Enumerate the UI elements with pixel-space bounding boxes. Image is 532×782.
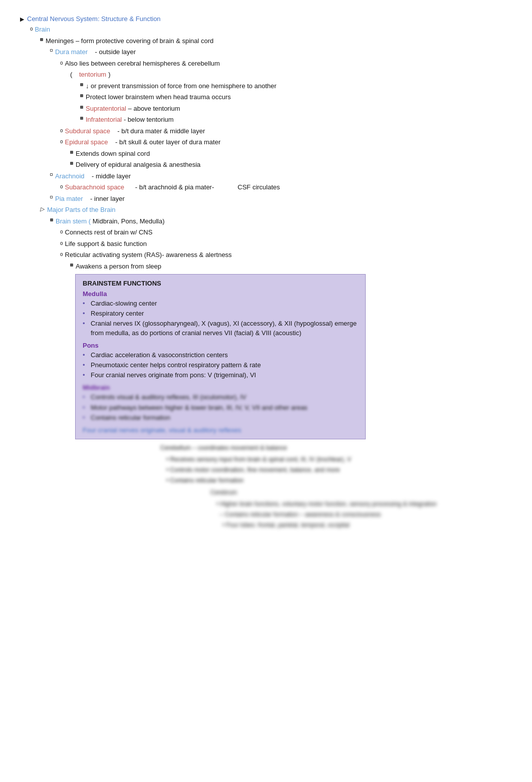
brainstem-p3-item: o Reticular activating system (RAS)- awa… <box>60 250 512 260</box>
pons-item-3: Four cranial nerves originate from pons:… <box>83 371 358 380</box>
midbrain-label: Midbrain <box>83 384 358 391</box>
supratentorial-desc: – above tentorium <box>128 105 180 112</box>
small-square-2-icon <box>50 173 53 176</box>
medulla-label: Medulla <box>83 290 358 298</box>
epidural-label: Epidural space <box>65 138 108 146</box>
blurred-deep-line-4: • Four lobes: frontal, parietal, tempora… <box>210 520 461 530</box>
brainstem-parts: Midbrain, Pons, Medulla <box>93 217 162 225</box>
epidural-p2-text: Delivery of epidural analgesia & anesthe… <box>76 160 512 170</box>
page-title: Central Nervous System: Structure & Func… <box>27 15 161 23</box>
arachnoid-item: Arachnoid - middle layer <box>50 171 512 181</box>
pons-label: Pons <box>83 342 358 349</box>
subdural-label: Subdural space <box>65 127 110 135</box>
epidural-p2-item: Delivery of epidural analgesia & anesthe… <box>70 160 512 170</box>
small-square-icon <box>50 49 53 52</box>
arachnoid-text: Arachnoid - middle layer <box>55 171 512 181</box>
epidural-p1-item: Extends down spinal cord <box>70 149 512 159</box>
meninges-text: Meninges – form protective covering of b… <box>46 36 512 46</box>
epidural-item: o Epidural space - b/t skull & outer lay… <box>60 137 512 147</box>
small-bullet-5-icon <box>80 117 83 120</box>
tentorium-p1-item: ↓ or prevent transmission of force from … <box>80 81 512 91</box>
medulla-list: Cardiac-slowing center Respiratory cente… <box>83 299 358 338</box>
tentorium-p2-text: Protect lower brainstem when head trauma… <box>86 92 512 102</box>
supratentorial-item: Supratentorial – above tentorium <box>80 104 512 114</box>
epidural-p1-text: Extends down spinal cord <box>76 149 512 159</box>
pia-mater-text: Pia mater - inner layer <box>55 194 512 204</box>
meninges-item: Meninges – form protective covering of b… <box>40 36 512 46</box>
small-bullet-8-icon <box>50 218 53 221</box>
blurred-line-4: • Contains reticular formation <box>160 476 451 485</box>
subarachnoid-item: o Subarachnoid space - b/t arachnoid & p… <box>60 182 512 192</box>
brainstem-label: Brain stem ( <box>56 217 91 225</box>
circle-bullet-4-icon: o <box>60 138 63 145</box>
blurred-deep-line-2: • Higher brain functions, voluntary moto… <box>210 499 461 509</box>
tentorium-p2-item: Protect lower brainstem when head trauma… <box>80 92 512 102</box>
brainstem-p3sub-text: Awakens a person from sleep <box>76 262 512 272</box>
paren-open: ( <box>70 70 77 80</box>
blurred-bottom-content: Cerebellum – coordinates movement & bala… <box>160 443 451 486</box>
midbrain-item-3: Contains reticular formation <box>83 413 358 422</box>
epidural-text: Epidural space - b/t skull & outer layer… <box>65 137 512 147</box>
dura-sub1-text: Also lies between cerebral hemispheres &… <box>65 59 512 69</box>
epidural-desc: - b/t skull & outer layer of dura mater <box>115 138 220 146</box>
brainstem-p3-text: Reticular activating system (RAS)- aware… <box>65 250 512 260</box>
dura-mater-label: Dura mater <box>55 48 88 56</box>
blurred-line-3: • Controls motor coordination, fine move… <box>160 465 451 475</box>
brain-label: Brain <box>35 25 50 35</box>
small-bullet-icon <box>40 38 43 41</box>
pons-item-2: Pneumotaxic center helps control respira… <box>83 361 358 370</box>
pons-item-1: Cardiac acceleration & vasoconstriction … <box>83 351 358 360</box>
tentorium-p1-text: ↓ or prevent transmission of force from … <box>86 81 512 91</box>
midbrain-note: Four cranial nerves originate, visual & … <box>83 426 358 434</box>
circle-bullet-6-icon: o <box>60 228 63 235</box>
brainstem-p1-text: Connects rest of brain w/ CNS <box>65 227 512 237</box>
midbrain-item-2: Motor pathways between higher & lower br… <box>83 403 358 412</box>
circle-bullet-5-icon: o <box>60 183 63 190</box>
small-square-3-icon <box>50 196 53 198</box>
small-bullet-7-icon <box>70 162 73 165</box>
blurred-deep-line-1: Cerebrum <box>210 488 461 497</box>
arachnoid-label: Arachnoid <box>55 172 85 180</box>
midbrain-blurred-section: Midbrain Controls visual & auditory refl… <box>83 384 358 434</box>
small-bullet-6-icon <box>70 151 73 154</box>
csf-text: CSF circulates <box>237 183 280 191</box>
top-arrow-icon: ▶ <box>20 16 24 23</box>
small-bullet-9-icon <box>70 264 73 267</box>
blurred-deep-content: Cerebrum • Higher brain functions, volun… <box>210 488 461 531</box>
infratentorial-desc: - below tentorium <box>124 116 174 123</box>
brainstem-functions-header: BRAINSTEM FUNCTIONS <box>83 280 358 287</box>
subarachnoid-label: Subarachnoid space <box>65 183 125 191</box>
major-parts-label: Major Parts of the Brain <box>47 205 116 215</box>
brainstem-p1-item: o Connects rest of brain w/ CNS <box>60 227 512 237</box>
circle-bullet-2-icon: o <box>60 59 63 67</box>
tentorium-item: ( tentorium ) <box>70 70 512 80</box>
brainstem-text: Brain stem ( Midbrain, Pons, Medulla) <box>56 216 512 226</box>
infratentorial-text: Infratentorial - below tentorium <box>86 115 512 125</box>
small-bullet-4-icon <box>80 106 83 109</box>
major-parts-item: ▷ Major Parts of the Brain <box>40 205 512 215</box>
medulla-item-2-text: Respiratory center <box>91 309 144 318</box>
supratentorial-label: Supratentorial <box>86 105 126 112</box>
dura-mater-item: Dura mater - outside layer <box>50 47 512 57</box>
blurred-line-2: • Receives sensory input from brain & sp… <box>160 455 451 464</box>
brainstem-item: Brain stem ( Midbrain, Pons, Medulla) <box>50 216 512 226</box>
pons-item-2-text: Pneumotaxic center helps control respira… <box>91 361 261 370</box>
dura-mater-desc: - outside layer <box>95 48 136 56</box>
subdural-item: o Subdural space - b/t dura mater & midd… <box>60 126 512 136</box>
cerebrum-blurred-section: Cerebrum • Higher brain functions, volun… <box>210 488 461 531</box>
cerebellum-blurred-section: Cerebellum – coordinates movement & bala… <box>160 443 451 486</box>
dura-sub1-item: o Also lies between cerebral hemispheres… <box>60 59 512 69</box>
paren-close: ) <box>108 70 110 80</box>
medulla-item-1: Cardiac-slowing center <box>83 299 358 308</box>
circle-bullet-3-icon: o <box>60 127 63 134</box>
midbrain-list: Controls visual & auditory reflexes, III… <box>83 393 358 422</box>
top-level-item: ▶ Central Nervous System: Structure & Fu… <box>20 15 512 23</box>
medulla-item-3: Cranial nerves IX (glossopharyngeal), X … <box>83 319 358 337</box>
brainstem-p2-text: Life support & basic function <box>65 239 512 249</box>
arachnoid-desc: - middle layer <box>92 172 131 180</box>
infratentorial-item: Infratentorial - below tentorium <box>80 115 512 125</box>
pia-mater-item: Pia mater - inner layer <box>50 194 512 204</box>
tentorium-label: tentorium <box>79 70 106 80</box>
blurred-deep-line-3: – Contains reticular formation – awarene… <box>216 510 461 519</box>
blurred-line-1: Cerebellum – coordinates movement & bala… <box>160 443 451 453</box>
